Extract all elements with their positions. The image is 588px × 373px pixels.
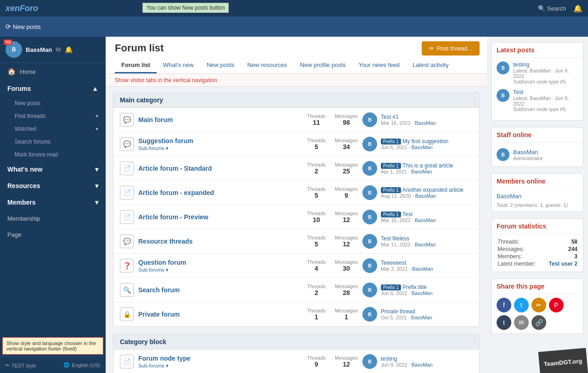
latest-thread-link[interactable]: Test #1 xyxy=(381,114,399,120)
latest-avatar: B xyxy=(362,258,377,273)
share-facebook-icon[interactable]: f xyxy=(497,298,511,312)
post-thread-button[interactable]: ✏ Post thread... xyxy=(422,41,480,56)
latest-thread-link[interactable]: Private thread xyxy=(381,308,415,315)
member-link[interactable]: BassMan xyxy=(497,193,521,200)
latest-user-link[interactable]: BassMan xyxy=(412,145,433,150)
table-row: 📄Article forum - expanded Threads 5 Mess… xyxy=(113,181,479,205)
forum-latest: BPrefix 1 My first suggestionJun 6, 2021… xyxy=(362,137,473,151)
messages-stat: Messages 9 xyxy=(335,186,358,199)
chevron-down-icon-res: ▾ xyxy=(95,182,98,189)
sidebar-section-resources[interactable]: Resources ▾ xyxy=(0,178,106,194)
table-row: 💬Main forum Threads 11 Messages 98 BTest… xyxy=(113,108,479,132)
forum-name[interactable]: Resource threads xyxy=(138,238,303,245)
latest-avatar: B xyxy=(362,137,377,151)
right-sidebar: Latest posts B testing Latest: BassMan ·… xyxy=(487,37,588,373)
latest-thread-link[interactable]: Teeeeeest xyxy=(381,260,406,266)
stats-row-messages: Messages: 244 xyxy=(498,246,577,252)
tab-forum-list[interactable]: Forum list xyxy=(115,58,157,73)
latest-thread-link[interactable]: Prefix title xyxy=(402,284,427,290)
sidebar-user: 7/2 B BassMan ✉ 🔔 xyxy=(0,37,106,63)
latest-user-link[interactable]: BassMan xyxy=(415,120,436,126)
sidebar-section-members[interactable]: Members ▾ xyxy=(0,194,106,211)
bell-icon[interactable]: 🔔 xyxy=(65,46,73,53)
widget-members-online: Members online BassMan Total: 2 (members… xyxy=(492,173,583,212)
latest-post-avatar-0: B xyxy=(497,61,509,74)
latest-user-link[interactable]: BassMan xyxy=(415,242,436,247)
tab-new-resources[interactable]: New resources xyxy=(241,58,294,73)
sub-forums-link[interactable]: Sub-forums ▾ xyxy=(138,267,169,273)
sidebar-item-new-posts[interactable]: New posts xyxy=(0,97,106,110)
sidebar-item-membership[interactable]: Membership xyxy=(0,211,106,227)
latest-post-avatar-1: B xyxy=(497,89,509,102)
sidebar-section-forums[interactable]: Forums ▲ xyxy=(0,80,106,97)
tab-new-posts[interactable]: New posts xyxy=(200,58,241,73)
mail-icon[interactable]: ✉ xyxy=(56,46,61,53)
latest-member-link[interactable]: Test user 2 xyxy=(549,261,577,267)
sidebar-item-home[interactable]: 🏠 Home xyxy=(0,63,106,80)
messages-stat: Messages 12 xyxy=(335,235,358,248)
tab-whats-new[interactable]: What's new xyxy=(157,58,200,73)
latest-post-title-0[interactable]: testing xyxy=(513,61,578,68)
share-tumblr-icon[interactable]: t xyxy=(497,315,511,330)
share-email-icon[interactable]: ✉ xyxy=(514,315,529,330)
notification-icon[interactable]: 🔔 xyxy=(573,4,582,13)
staff-name[interactable]: BassMan xyxy=(513,149,543,156)
share-pinterest-icon[interactable]: P xyxy=(549,298,564,312)
sub-forums-link[interactable]: Sub-forums ▾ xyxy=(138,363,169,368)
forum-icon: 📄 xyxy=(120,355,134,368)
new-posts-button[interactable]: New posts xyxy=(6,23,41,30)
latest-avatar: B xyxy=(362,161,377,176)
tab-your-news-feed[interactable]: Your news feed xyxy=(352,58,406,73)
globe-icon: 🌐 xyxy=(63,362,70,368)
forum-name[interactable]: Question forum xyxy=(138,259,303,266)
latest-user-link[interactable]: BassMan xyxy=(415,217,436,223)
latest-meta: Apr 1, 2021 · BassMan xyxy=(381,169,473,174)
footer-lang-link[interactable]: 🌐 English (US) xyxy=(63,362,100,368)
forum-name[interactable]: Article forum - expanded xyxy=(138,189,303,196)
table-row: 💬Resource threads Threads 5 Messages 12 … xyxy=(113,229,479,254)
tab-latest-activity[interactable]: Latest activity xyxy=(406,58,455,73)
latest-user-link[interactable]: BassMan xyxy=(415,193,436,199)
logo[interactable]: xenForo xyxy=(6,4,38,13)
forum-name[interactable]: Private forum xyxy=(138,311,303,318)
share-edit-icon[interactable]: ✏ xyxy=(531,298,546,312)
latest-user-link[interactable]: BassMan xyxy=(411,315,432,320)
latest-thread-link[interactable]: Test fileless xyxy=(381,235,409,242)
latest-user-link[interactable]: BassMan xyxy=(412,290,433,296)
sidebar-icons: ✉ 🔔 xyxy=(56,46,73,53)
sidebar-section-whats-new[interactable]: What's new ▾ xyxy=(0,161,106,178)
footer-style-link[interactable]: ✏ TEST style xyxy=(6,362,36,368)
share-twitter-icon[interactable]: t xyxy=(514,298,529,312)
forum-name[interactable]: Article forum - Preview xyxy=(138,213,303,221)
latest-thread-link[interactable]: Test xyxy=(402,211,413,217)
forum-name[interactable]: Search forum xyxy=(138,286,303,294)
search-button[interactable]: 🔍 Search xyxy=(538,5,566,12)
forum-name[interactable]: Main forum xyxy=(138,116,303,123)
sidebar-item-mark-forums-read[interactable]: Mark forums read xyxy=(0,148,106,161)
forum-name[interactable]: Article forum - Standard xyxy=(138,165,303,172)
visitor-tabs-note: Show visitor tabs in the vertical naviga… xyxy=(115,77,217,84)
latest-user-link[interactable]: BassMan xyxy=(412,362,433,367)
sidebar-item-watched[interactable]: Watched ▾ xyxy=(0,122,106,135)
latest-thread-link[interactable]: testing xyxy=(381,356,397,362)
sidebar-item-search-forums[interactable]: Search forums xyxy=(0,135,106,148)
forum-name[interactable]: Forum node type xyxy=(138,355,303,362)
sidebar-item-find-threads[interactable]: Find threads ▾ xyxy=(0,110,106,122)
messages-stat: Messages 1 xyxy=(335,308,358,321)
share-link-icon[interactable]: 🔗 xyxy=(531,315,546,330)
latest-post-meta-0: Latest: BassMan · Jun 9, 2022 xyxy=(513,68,578,79)
forum-icon: 🔒 xyxy=(120,307,134,321)
latest-thread-link[interactable]: My first suggestion xyxy=(402,138,448,145)
members-total: Total: 2 (members: 1, guests: 1) xyxy=(497,202,578,208)
latest-user-link[interactable]: BassMan xyxy=(412,266,433,272)
sub-forums-link[interactable]: Sub-forums ▾ xyxy=(138,145,169,151)
avatar[interactable]: 7/2 B xyxy=(6,41,22,58)
latest-thread-link[interactable]: This is a great article xyxy=(402,162,453,169)
sidebar-item-page[interactable]: Page xyxy=(0,227,106,243)
forum-name[interactable]: Suggestion forum xyxy=(138,137,303,145)
latest-thread-link[interactable]: Another expanded article xyxy=(402,187,464,193)
latest-user-link[interactable]: BassMan xyxy=(411,169,432,174)
latest-post-sub-0: Subforum node type #5 xyxy=(513,79,578,84)
tab-new-profile-posts[interactable]: New profile posts xyxy=(294,58,352,73)
latest-post-title-1[interactable]: Test xyxy=(513,89,578,95)
